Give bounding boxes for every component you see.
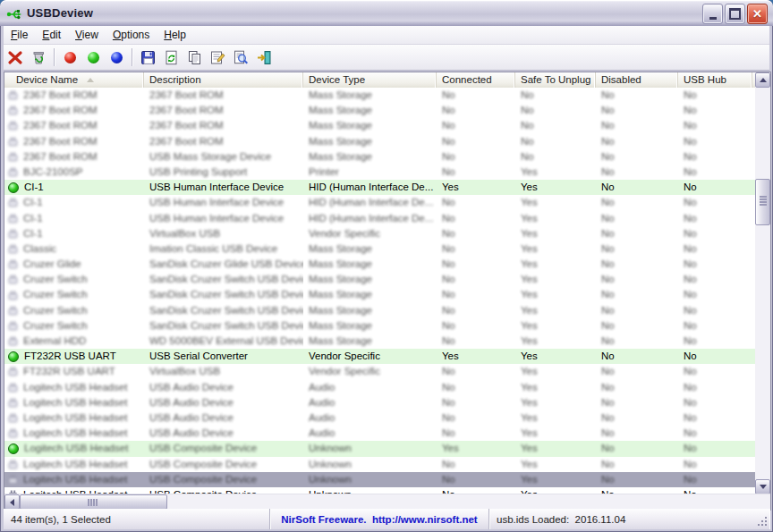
usb-plug-icon: [8, 167, 18, 177]
table-row[interactable]: CI-1 USB Human Interface Device HID (Hum…: [4, 195, 755, 210]
table-row[interactable]: Cruzer Switch SanDisk Cruzer Switch USB …: [4, 287, 755, 302]
table-row[interactable]: Logitech USB Headset USB Composite Devic…: [4, 472, 755, 487]
blue-ball-icon: [111, 52, 123, 63]
table-row[interactable]: Logitech USB Headset USB Composite Devic…: [4, 457, 755, 472]
table-row[interactable]: FT232R USB UART USB Serial Converter Ven…: [4, 349, 755, 364]
cell-usb-hub: No: [684, 136, 697, 147]
table-row[interactable]: Logitech USB Headset USB Audio Device Au…: [4, 410, 755, 426]
cell-safe-to-unplug: Yes: [521, 213, 538, 224]
table-row[interactable]: 2367 Boot ROM 2367 Boot ROM Mass Storage…: [4, 134, 755, 149]
cell-connected: No: [442, 382, 455, 393]
cell-device-name: External HDD: [23, 334, 86, 349]
cell-usb-hub: No: [684, 366, 697, 376]
table-row[interactable]: Cruzer Glide SanDisk Cruzer Glide USB De…: [4, 257, 755, 272]
red-ball-button[interactable]: [59, 46, 81, 68]
uninstall-device-button[interactable]: [4, 46, 26, 68]
cell-disabled: No: [601, 243, 615, 254]
cell-usb-hub: No: [684, 243, 697, 254]
green-ball-button[interactable]: [82, 46, 104, 68]
cell-device-type: Audio: [309, 397, 335, 408]
vertical-scrollbar[interactable]: [755, 72, 770, 494]
device-status-icon: [8, 351, 19, 362]
column-header-connected[interactable]: Connected: [437, 72, 515, 88]
table-row[interactable]: Logitech USB Headset USB Composite Devic…: [4, 441, 755, 456]
column-header-safe-to-unplug[interactable]: Safe To Unplug: [515, 72, 596, 88]
table-row[interactable]: Logitech USB Headset USB Audio Device Au…: [4, 380, 755, 395]
cell-usb-hub: No: [684, 443, 697, 453]
disconnect-device-button[interactable]: [28, 46, 49, 68]
table-row[interactable]: 2367 Boot ROM 2367 Boot ROM Mass Storage…: [4, 103, 755, 118]
title-bar[interactable]: USBDeview ✕: [0, 0, 773, 26]
copy-button[interactable]: [183, 46, 205, 68]
cell-usb-hub: No: [684, 474, 697, 485]
status-item-count: 44 item(s), 1 Selected: [4, 509, 270, 529]
table-row[interactable]: Cruzer Switch SanDisk Cruzer Switch USB …: [4, 272, 755, 287]
column-header-device-name[interactable]: Device Name: [4, 72, 144, 88]
table-row[interactable]: Logitech USB Headset USB Audio Device Au…: [4, 395, 755, 410]
device-status-icon: [8, 229, 18, 239]
table-row[interactable]: Logitech USB Headset USB Audio Device Au…: [4, 426, 755, 441]
usb-plug-icon: [8, 413, 18, 423]
maximize-button[interactable]: [725, 4, 745, 24]
column-header-usb-hub[interactable]: USB Hub: [678, 72, 752, 88]
device-status-icon: [8, 167, 18, 177]
table-row[interactable]: FT232R USB UART VirtualBox USB Vendor Sp…: [4, 364, 755, 379]
scroll-left-button[interactable]: [4, 494, 20, 510]
table-row[interactable]: 2367 Boot ROM USB Mass Storage Device Ma…: [4, 149, 755, 165]
column-header-device-type[interactable]: Device Type: [303, 72, 437, 88]
usb-app-icon: [6, 5, 22, 21]
horizontal-scroll-thumb[interactable]: [20, 494, 167, 510]
resize-grip[interactable]: [757, 516, 768, 527]
table-row[interactable]: CI-1 USB Human Interface Device HID (Hum…: [4, 211, 755, 226]
table-row[interactable]: CI-1 USB Human Interface Device HID (Hum…: [4, 180, 755, 195]
cell-connected: No: [442, 427, 455, 438]
cell-disabled: No: [601, 305, 615, 316]
usb-plug-icon: [8, 291, 18, 300]
device-status-icon: [8, 413, 18, 423]
menu-edit[interactable]: Edit: [35, 27, 68, 43]
cell-usb-hub: No: [684, 105, 697, 115]
horizontal-scrollbar[interactable]: [4, 494, 770, 510]
find-button[interactable]: [230, 46, 251, 68]
table-row[interactable]: External HDD WD 5000BEV External USB Dev…: [4, 334, 755, 349]
minimize-button[interactable]: [702, 4, 723, 24]
table-row[interactable]: BJC-2100SP USB Printing Support Printer …: [4, 165, 755, 180]
cell-usb-hub: No: [684, 335, 697, 346]
blue-ball-button[interactable]: [106, 46, 127, 68]
device-status-icon: [8, 121, 18, 131]
table-row[interactable]: Cruzer Switch SanDisk Cruzer Switch USB …: [4, 318, 755, 334]
cell-disabled: No: [601, 350, 615, 361]
close-button[interactable]: ✕: [747, 4, 768, 24]
menu-help[interactable]: Help: [157, 27, 193, 43]
cell-description: USB Mass Storage Device: [149, 151, 271, 162]
scroll-down-button[interactable]: [755, 479, 770, 494]
cell-description: USB Audio Device: [149, 382, 234, 393]
device-list: Device Name Description Device Type Conn…: [4, 72, 771, 511]
cell-device-type: Mass Storage: [309, 305, 372, 316]
vertical-scroll-thumb[interactable]: [755, 179, 770, 225]
cell-disabled: No: [601, 427, 615, 438]
arrow-down-icon: [760, 485, 767, 489]
table-row[interactable]: Classic Imation Classic USB Device Mass …: [4, 241, 755, 257]
refresh-button[interactable]: [160, 46, 182, 68]
menu-file[interactable]: File: [4, 27, 35, 43]
table-row[interactable]: Cruzer Switch SanDisk Cruzer Switch USB …: [4, 303, 755, 318]
save-report-button[interactable]: [137, 46, 158, 68]
exit-button[interactable]: [253, 46, 275, 68]
menu-options[interactable]: Options: [106, 27, 157, 43]
cell-device-name: CI-1: [23, 195, 43, 210]
properties-button[interactable]: [207, 46, 228, 68]
menu-view[interactable]: View: [68, 27, 106, 43]
scroll-up-button[interactable]: [755, 72, 770, 88]
table-row[interactable]: 2367 Boot ROM 2367 Boot ROM Mass Storage…: [4, 118, 755, 133]
column-header-disabled[interactable]: Disabled: [596, 72, 678, 88]
sort-ascending-icon: [87, 78, 94, 82]
table-row[interactable]: 2367 Boot ROM 2367 Boot ROM Mass Storage…: [4, 88, 755, 103]
column-header-description[interactable]: Description: [144, 72, 303, 88]
table-row[interactable]: CI-1 VirtualBox USB Vendor Specific No Y…: [4, 226, 755, 241]
cell-usb-hub: No: [684, 166, 697, 177]
copy-icon: [187, 50, 202, 65]
cell-device-name: FT232R USB UART: [23, 364, 115, 379]
green-ball-icon: [88, 52, 99, 63]
device-status-icon: [8, 398, 18, 408]
